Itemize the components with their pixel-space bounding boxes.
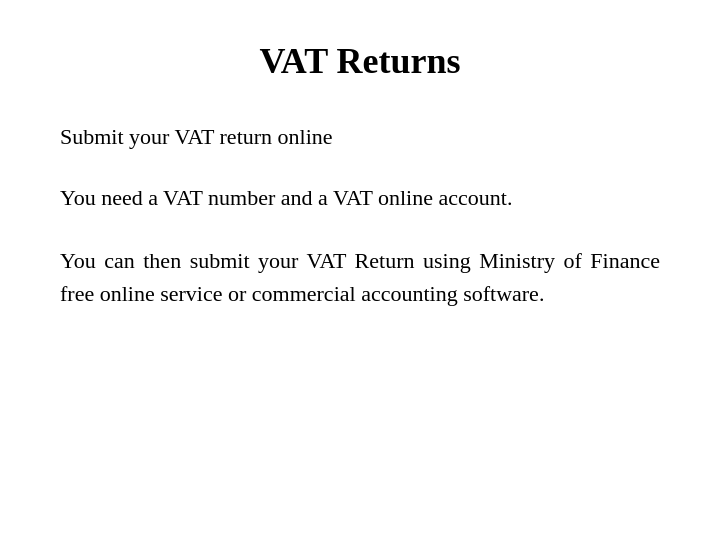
content-section: Submit your VAT return online You need a… — [60, 122, 660, 310]
paragraph-submit: Submit your VAT return online — [60, 122, 660, 153]
page-container: VAT Returns Submit your VAT return onlin… — [0, 0, 720, 540]
page-title: VAT Returns — [60, 40, 660, 82]
paragraph-need: You need a VAT number and a VAT online a… — [60, 183, 660, 214]
paragraph-submit-return: You can then submit your VAT Return usin… — [60, 244, 660, 310]
